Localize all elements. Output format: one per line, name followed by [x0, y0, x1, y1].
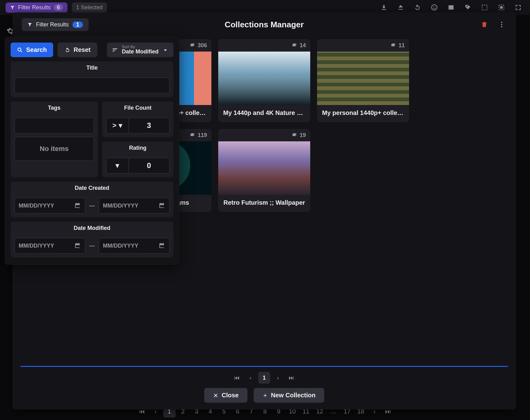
modal-pager-next[interactable]: ›: [272, 372, 284, 384]
reset-label: Reset: [74, 46, 90, 53]
collection-card[interactable]: 19 Retro Futurism ;; Wallpaper: [218, 129, 310, 212]
collection-card[interactable]: 11 My personal 1440p+ collection: [317, 39, 409, 122]
modal-pager-prev[interactable]: ‹: [245, 372, 256, 384]
more-vert-icon[interactable]: [497, 20, 507, 30]
collection-card[interactable]: 14 My 1440p and 4K Nature Wal…: [218, 39, 310, 122]
card-count: 19: [300, 132, 306, 139]
card-thumbnail: [218, 141, 310, 195]
refresh-icon[interactable]: [411, 1, 424, 14]
delete-button[interactable]: [479, 20, 489, 30]
stack-icon: [390, 43, 396, 48]
sort-dropdown[interactable]: Sort By Date Modified: [107, 43, 173, 57]
date-separator: —: [89, 203, 95, 209]
modal-pager-first[interactable]: ⏮: [231, 372, 243, 384]
modal-pager: ⏮ ‹ 1 › ⏭: [21, 372, 508, 388]
filter-panel: Search Reset Sort By Date Modified Title…: [5, 37, 179, 265]
close-icon: [213, 393, 219, 398]
sort-value: Date Modified: [122, 49, 159, 55]
card-title: My 1440p and 4K Nature Wal…: [218, 105, 310, 122]
date-created-label: Date Created: [11, 182, 173, 194]
filter-icon: [27, 22, 32, 27]
card-title: Retro Futurism ;; Wallpaper: [218, 195, 310, 212]
rating-value-input[interactable]: 0: [129, 158, 169, 173]
title-input[interactable]: [14, 77, 170, 94]
reset-button[interactable]: Reset: [58, 43, 97, 57]
download-icon[interactable]: [378, 1, 390, 14]
stack-icon: [292, 132, 297, 138]
new-collection-button[interactable]: New Collection: [254, 388, 324, 403]
modal-filter-label: Filter Results: [36, 21, 69, 28]
filter-date-modified-group: Date Modified MM/DD/YYYY — MM/DD/YYYY: [11, 222, 173, 258]
date-separator: —: [89, 243, 95, 249]
chevron-down-icon: ▾: [116, 162, 119, 170]
card-count: 306: [198, 42, 207, 49]
bg-selected-chip[interactable]: 1 Selected: [72, 2, 107, 13]
fullscreen-icon[interactable]: [512, 1, 524, 14]
filecount-label: File Count: [102, 102, 174, 114]
close-label: Close: [222, 392, 238, 399]
calendar-icon: [74, 202, 81, 209]
select-all-icon[interactable]: [495, 1, 508, 14]
filter-icon: [10, 5, 15, 10]
card-thumbnail: [218, 52, 310, 105]
filter-title-label: Title: [11, 62, 173, 74]
svg-rect-5: [500, 7, 502, 8]
rating-label: Rating: [102, 142, 174, 154]
stack-icon: [190, 43, 195, 48]
rating-op-select[interactable]: ▾: [107, 158, 129, 173]
card-count: 14: [300, 42, 306, 49]
bg-filter-chip[interactable]: Filter Results 6: [6, 2, 67, 13]
tag-icon[interactable]: [462, 1, 474, 14]
card-count: 11: [399, 42, 405, 49]
svg-point-2: [435, 7, 436, 7]
chevron-down-icon: ▾: [119, 121, 122, 130]
date-created-from[interactable]: MM/DD/YYYY: [14, 198, 85, 214]
filecount-value-input[interactable]: 3: [129, 118, 169, 133]
search-label: Search: [26, 46, 47, 53]
face-icon[interactable]: [428, 1, 440, 14]
close-button[interactable]: Close: [204, 388, 247, 403]
svg-rect-3: [482, 5, 487, 10]
svg-point-0: [431, 5, 437, 10]
tags-input[interactable]: [14, 117, 94, 134]
reset-icon: [64, 47, 71, 53]
svg-point-1: [433, 7, 434, 7]
tags-empty-text: No items: [14, 137, 94, 161]
bg-filter-label: Filter Results: [18, 4, 51, 11]
calendar-icon: [159, 202, 165, 209]
modal-title: Collections Manager: [225, 20, 304, 30]
plus-icon: [262, 393, 268, 398]
filter-filecount-group: File Count > ▾ 3: [102, 102, 174, 137]
eject-icon[interactable]: [394, 1, 407, 14]
date-modified-to[interactable]: MM/DD/YYYY: [99, 238, 170, 254]
svg-point-6: [501, 22, 502, 23]
bg-selected-label: 1 Selected: [76, 4, 103, 11]
calendar-icon: [159, 242, 165, 249]
modal-filter-chip[interactable]: Filter Results 1: [22, 18, 89, 31]
card-thumbnail: [317, 52, 409, 105]
bg-filter-badge: 6: [54, 4, 63, 11]
filter-tags-group: Tags No items: [11, 102, 98, 177]
search-button[interactable]: Search: [11, 43, 53, 57]
modal-pager-current[interactable]: 1: [258, 372, 270, 384]
filter-rating-group: Rating ▾ 0: [102, 142, 174, 177]
image-icon[interactable]: [445, 1, 457, 14]
accent-divider: [21, 366, 508, 367]
date-modified-from[interactable]: MM/DD/YYYY: [14, 238, 85, 254]
stack-icon: [292, 43, 297, 48]
date-created-to[interactable]: MM/DD/YYYY: [99, 198, 170, 214]
select-none-icon[interactable]: [478, 1, 491, 14]
filecount-op-select[interactable]: > ▾: [107, 118, 129, 133]
stack-icon: [190, 132, 195, 138]
date-placeholder: MM/DD/YYYY: [19, 203, 54, 209]
date-placeholder: MM/DD/YYYY: [19, 243, 54, 249]
svg-point-8: [501, 26, 502, 27]
modal-pager-last[interactable]: ⏭: [286, 372, 297, 384]
date-placeholder: MM/DD/YYYY: [103, 243, 138, 249]
date-modified-label: Date Modified: [11, 222, 173, 235]
filter-title-group: Title: [11, 62, 173, 97]
filter-date-created-group: Date Created MM/DD/YYYY — MM/DD/YYYY: [11, 182, 173, 217]
modal-filter-badge: 1: [72, 21, 83, 28]
sort-icon: [112, 47, 118, 53]
calendar-icon: [74, 242, 81, 249]
